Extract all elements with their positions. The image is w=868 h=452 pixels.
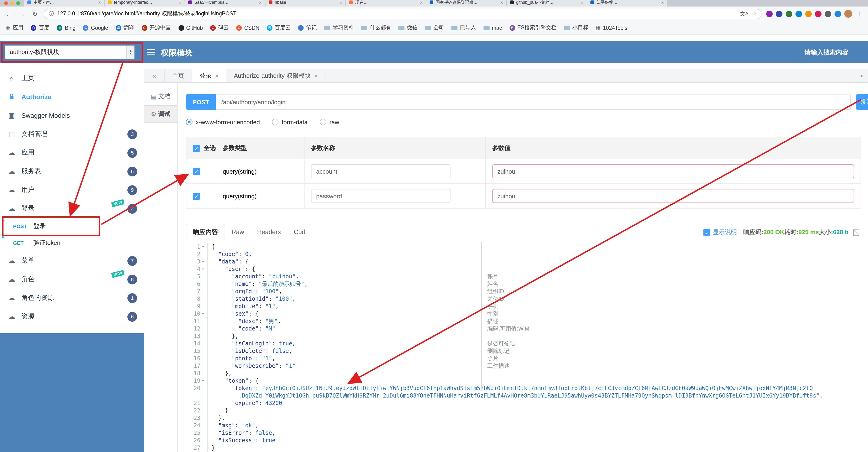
tab-close-icon[interactable]: × (581, 0, 584, 5)
window-control-icon[interactable] (10, 1, 14, 5)
request-url-input[interactable]: /api/authority/anno/login (216, 94, 851, 110)
extension-icon[interactable] (776, 10, 782, 17)
close-tab-icon[interactable]: × (215, 73, 218, 79)
browser-menu-icon[interactable]: ⋮ (856, 10, 863, 17)
bookmark-item[interactable]: 已导入 (452, 24, 476, 31)
extension-icon[interactable] (815, 10, 822, 17)
tab-close-icon[interactable]: × (661, 0, 664, 5)
fullscreen-icon[interactable] (853, 229, 859, 235)
extension-icon[interactable] (835, 10, 841, 17)
radio-raw[interactable]: raw (320, 118, 339, 125)
sidebar-item-0[interactable]: ⌂ 主页 (0, 69, 144, 87)
extension-icon[interactable] (766, 10, 773, 17)
sidebar-item-6[interactable]: ☁ 用户 9 (0, 180, 144, 199)
row-checkbox[interactable] (193, 193, 200, 199)
profile-avatar[interactable] (844, 10, 852, 18)
row-checkbox[interactable] (193, 168, 200, 175)
sidebar-item-8[interactable]: ☁ 菜单 7 (0, 251, 144, 270)
bookmark-item[interactable]: 云百度云 (267, 24, 291, 31)
bookmark-item[interactable]: GGoogle (83, 25, 108, 30)
extension-icon[interactable] (796, 10, 802, 17)
translate-icon[interactable]: 文A (740, 10, 749, 17)
bookmark-item[interactable]: G码云 (210, 24, 229, 31)
bookmark-item[interactable]: 笔记 (298, 24, 317, 31)
bookmark-item[interactable]: 什么都有 (362, 24, 391, 31)
tab-doc[interactable]: ▤ 文档 (144, 87, 177, 105)
bookmark-item[interactable]: 译翻译 (116, 24, 134, 31)
tab-headers[interactable]: Headers (251, 224, 287, 240)
module-select[interactable]: authority-权限模块 ▲▼ (5, 45, 135, 59)
bookmark-item[interactable]: bBing (57, 25, 75, 30)
sidebar-item-10[interactable]: ☁ 角色的资源 1 (0, 289, 144, 307)
close-tab-icon[interactable]: × (314, 73, 318, 79)
bookmark-item[interactable]: ▦应用 (6, 24, 24, 31)
param-name-input[interactable] (311, 164, 451, 178)
fold-caret-icon[interactable]: ▾ (202, 265, 208, 273)
extension-icon[interactable] (805, 10, 812, 17)
tab-raw[interactable]: Raw (225, 224, 251, 240)
bookmark-item[interactable]: EES搜索引擎文档 (509, 24, 557, 31)
bookmark-item[interactable]: C开源中国 (142, 24, 171, 31)
sidebar-endpoint-get[interactable]: ⚑ GET 验证token (0, 235, 144, 251)
browser-tab[interactable]: SaaS—Campus… × (185, 0, 265, 6)
tab-curl[interactable]: Curl (287, 224, 312, 240)
expand-tabs-button[interactable]: » (856, 69, 868, 82)
sidebar-item-4[interactable]: ☁ 应用 5 (0, 143, 144, 162)
bookmark-item[interactable]: CCSDN (237, 25, 259, 30)
browser-tab[interactable]: 现在… × (346, 0, 426, 6)
forward-icon[interactable]: → (18, 10, 26, 18)
tab-close-icon[interactable]: × (259, 0, 262, 5)
browser-tab[interactable]: temporary-Interfac… × (104, 0, 185, 6)
show-description-checkbox[interactable] (704, 229, 710, 236)
back-icon[interactable]: ← (5, 10, 13, 18)
tab-close-icon[interactable]: × (179, 0, 181, 5)
tab-close-icon[interactable]: × (420, 0, 423, 5)
tab-login[interactable]: 登录 × (192, 69, 226, 82)
sidebar-item-11[interactable]: ☁ 资源 6 (0, 307, 144, 326)
collapse-tabs-button[interactable]: « (144, 69, 164, 82)
sidebar-item-7[interactable]: ☁ 登录 NEW 2 (0, 199, 144, 218)
bookmark-item[interactable]: 公司 (425, 24, 444, 31)
bookmark-item[interactable]: mac (484, 25, 502, 30)
radio-form-data[interactable]: form-data (272, 118, 308, 125)
fold-caret-icon[interactable]: ▾ (202, 310, 208, 317)
param-value-input[interactable] (492, 189, 854, 203)
extension-icon[interactable] (825, 10, 831, 17)
radio-x-www-form-urlencoded[interactable]: x-www-form-urlencoded (186, 118, 260, 125)
tab-close-icon[interactable]: × (339, 0, 342, 5)
sidebar-endpoint-post[interactable]: ⚑ POST 登录 (0, 218, 144, 235)
window-control-icon[interactable] (4, 1, 8, 5)
param-value-input[interactable] (492, 164, 854, 178)
bookmark-star-icon[interactable]: ☆ (752, 11, 756, 17)
bookmark-item[interactable]: GitHub (178, 25, 203, 30)
site-info-icon[interactable]: ⓘ (49, 10, 54, 17)
browser-tab[interactable]: 主页 - 建… × (24, 0, 104, 6)
param-name-input[interactable] (311, 189, 451, 203)
address-bar[interactable]: ⓘ 127.0.0.1:8760/api/gate/doc.html#/auth… (44, 9, 762, 19)
send-button[interactable]: 发送 (856, 94, 868, 110)
sidebar-item-1[interactable]: Authorize (0, 87, 144, 106)
fold-caret-icon[interactable]: ▾ (202, 243, 208, 250)
bookmark-item[interactable]: 微信 (399, 24, 418, 31)
bookmark-item[interactable]: ▦1024Tools (596, 25, 627, 31)
tab-response-content[interactable]: 响应内容 (186, 224, 225, 240)
browser-tab[interactable]: github_pua小文档… × (507, 0, 587, 6)
menu-icon[interactable] (147, 49, 155, 50)
fold-caret-icon[interactable]: ▾ (202, 258, 208, 265)
tab-debug[interactable]: ⚙ 调试 (144, 105, 177, 123)
reload-icon[interactable]: ↻ (31, 10, 39, 18)
window-control-icon[interactable] (16, 1, 20, 5)
sidebar-item-5[interactable]: ☁ 服务表 6 (0, 162, 144, 180)
browser-tab[interactable]: 知乎好物… × (587, 0, 667, 6)
fold-caret-icon[interactable]: ▾ (202, 377, 208, 385)
sidebar-item-9[interactable]: ☁ 角色 NEW 8 (0, 270, 144, 289)
browser-tab[interactable]: 国家税务参保登记服… × (426, 0, 506, 6)
bookmark-item[interactable]: 百百度 (31, 24, 50, 31)
tab-close-icon[interactable]: × (98, 0, 101, 5)
bookmark-item[interactable]: 小目标 (564, 24, 588, 31)
tab-close-icon[interactable]: × (500, 0, 503, 5)
select-all-checkbox[interactable] (193, 144, 200, 151)
sidebar-item-3[interactable]: ▤ 文档管理 3 (0, 125, 144, 143)
browser-tab[interactable]: hbase × (266, 0, 345, 6)
header-search[interactable]: 请输入搜索内容 (805, 49, 848, 57)
